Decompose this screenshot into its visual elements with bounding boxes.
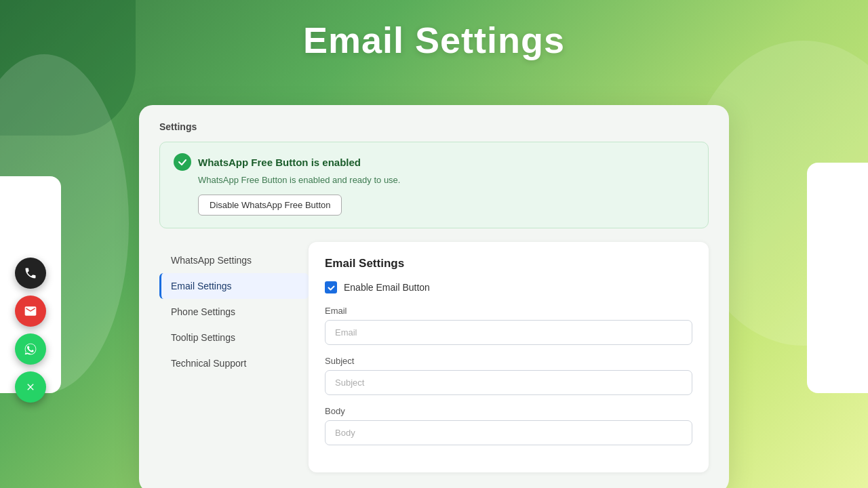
body-field-label: Body [325,406,692,416]
email-panel-title: Email Settings [325,257,692,270]
body-input[interactable] [325,420,692,445]
checkmark-icon [178,157,187,167]
email-input[interactable] [325,320,692,345]
whatsapp-status-banner: WhatsApp Free Button is enabled WhatsApp… [159,142,709,228]
email-settings-panel: Email Settings Enable Email Button Email… [309,242,709,472]
nav-item-phone[interactable]: Phone Settings [159,299,309,325]
content-row: WhatsApp Settings Email Settings Phone S… [159,242,709,472]
nav-item-tooltip[interactable]: Tooltip Settings [159,325,309,350]
right-card-decoration [807,163,868,393]
subject-field-group: Subject [325,356,692,395]
enable-email-checkbox[interactable] [325,281,337,293]
floating-email-button[interactable] [15,296,46,327]
phone-icon [24,266,37,280]
floating-button-panel [15,258,46,403]
body-field-group: Body [325,406,692,445]
close-icon [25,382,36,392]
banner-title: WhatsApp Free Button is enabled [198,157,361,168]
checkbox-checkmark-icon [328,284,335,291]
nav-item-support[interactable]: Technical Support [159,350,309,376]
enable-email-label: Enable Email Button [344,282,430,293]
nav-item-whatsapp[interactable]: WhatsApp Settings [159,247,309,273]
floating-close-button[interactable] [15,371,46,403]
floating-phone-button[interactable] [15,258,46,289]
main-settings-panel: Settings WhatsApp Free Button is enabled… [139,105,729,488]
page-header: Email Settings [0,0,868,75]
subject-field-label: Subject [325,356,692,366]
settings-section-label: Settings [159,121,709,132]
page-title: Email Settings [0,19,868,61]
floating-whatsapp-button[interactable] [15,333,46,365]
email-field-group: Email [325,306,692,345]
banner-header: WhatsApp Free Button is enabled [174,153,694,171]
banner-description: WhatsApp Free Button is enabled and read… [198,175,694,185]
enable-email-row: Enable Email Button [325,281,692,293]
nav-item-email[interactable]: Email Settings [159,273,309,299]
disable-whatsapp-button[interactable]: Disable WhatsApp Free Button [198,195,342,216]
email-icon [24,304,37,318]
subject-input[interactable] [325,370,692,395]
whatsapp-icon [24,342,37,356]
banner-check-icon [174,153,191,171]
settings-nav: WhatsApp Settings Email Settings Phone S… [159,242,309,472]
email-field-label: Email [325,306,692,316]
